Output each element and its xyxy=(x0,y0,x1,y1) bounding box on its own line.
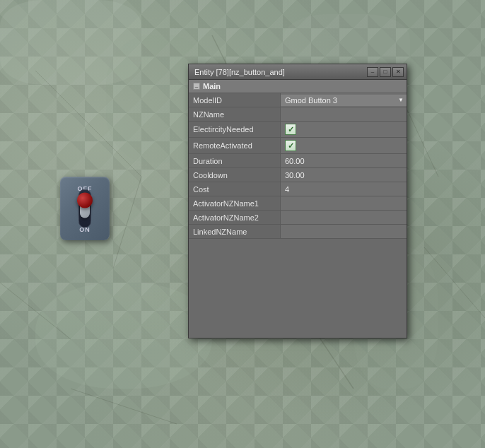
prop-label-linked-nzname: LinkedNZName xyxy=(189,225,281,238)
electricity-checkbox[interactable]: ✓ xyxy=(285,124,296,135)
prop-row-electricity: ElectircityNeeded ✓ xyxy=(189,122,407,138)
switch-slot xyxy=(78,189,91,228)
prop-value-nzname[interactable] xyxy=(281,107,407,121)
prop-row-duration: Duration 60.00 xyxy=(189,154,407,168)
prop-label-activator1: ActivatorNZName1 xyxy=(189,196,281,210)
dialog-title: Entity [78][nz_button_and] xyxy=(192,68,285,76)
prop-row-linked-nzname: LinkedNZName xyxy=(189,225,407,239)
minimize-button[interactable]: – xyxy=(367,67,378,77)
prop-label-modelid: ModelID xyxy=(189,93,281,107)
svg-line-3 xyxy=(0,283,71,339)
prop-row-cooldown: Cooldown 30.00 xyxy=(189,168,407,182)
section-collapse-button[interactable]: – xyxy=(193,83,200,90)
svg-line-1 xyxy=(113,177,141,269)
switch-ball xyxy=(77,192,93,208)
switch-handle xyxy=(80,198,90,218)
dialog-controls: – □ ✕ xyxy=(367,67,404,77)
prop-row-activator1: ActivatorNZName1 xyxy=(189,196,407,211)
close-button[interactable]: ✕ xyxy=(392,67,404,77)
prop-row-cost: Cost 4 xyxy=(189,182,407,196)
maximize-button[interactable]: □ xyxy=(380,67,391,77)
prop-value-linked-nzname[interactable] xyxy=(281,225,407,238)
modelid-select[interactable]: Gmod Button 3 xyxy=(281,95,407,106)
dialog-titlebar: Entity [78][nz_button_and] – □ ✕ xyxy=(189,64,407,80)
prop-row-nzname: NZName xyxy=(189,107,407,122)
electricity-checkmark: ✓ xyxy=(288,125,294,134)
svg-line-6 xyxy=(71,389,177,424)
entity-dialog: Entity [78][nz_button_and] – □ ✕ – Main … xyxy=(188,64,407,338)
select-wrapper-modelid[interactable]: Gmod Button 3 ▼ xyxy=(281,95,407,106)
prop-row-modelid: ModelID Gmod Button 3 ▼ xyxy=(189,93,407,107)
prop-value-activator1[interactable] xyxy=(281,196,407,210)
prop-label-cost: Cost xyxy=(189,182,281,196)
prop-value-remote-activated[interactable]: ✓ xyxy=(281,138,407,153)
svg-line-0 xyxy=(35,71,141,177)
prop-label-duration: Duration xyxy=(189,154,281,167)
prop-label-electricity: ElectircityNeeded xyxy=(189,122,281,137)
empty-area xyxy=(189,239,407,338)
property-list: ModelID Gmod Button 3 ▼ NZName Electirci… xyxy=(189,93,407,239)
prop-label-nzname: NZName xyxy=(189,107,281,121)
prop-label-cooldown: Cooldown xyxy=(189,168,281,182)
switch-widget: OFF ON xyxy=(53,163,117,244)
prop-label-activator2: ActivatorNZName2 xyxy=(189,211,281,224)
prop-row-remote-activated: RemoteActivated ✓ xyxy=(189,138,407,154)
prop-label-remote-activated: RemoteActivated xyxy=(189,138,281,153)
switch-on-label: ON xyxy=(79,226,90,233)
prop-value-modelid[interactable]: Gmod Button 3 ▼ xyxy=(281,93,407,107)
prop-value-electricity[interactable]: ✓ xyxy=(281,122,407,137)
switch-body: OFF ON xyxy=(60,177,110,240)
remote-activated-checkmark: ✓ xyxy=(288,141,294,151)
section-header: – Main xyxy=(189,80,407,93)
prop-value-cooldown[interactable]: 30.00 xyxy=(281,168,407,182)
prop-value-activator2[interactable] xyxy=(281,211,407,224)
remote-activated-checkbox[interactable]: ✓ xyxy=(285,140,296,151)
prop-value-cost[interactable]: 4 xyxy=(281,182,407,196)
svg-line-7 xyxy=(424,247,485,318)
prop-row-activator2: ActivatorNZName2 xyxy=(189,211,407,225)
section-label: Main xyxy=(203,82,221,90)
prop-value-duration[interactable]: 60.00 xyxy=(281,154,407,167)
